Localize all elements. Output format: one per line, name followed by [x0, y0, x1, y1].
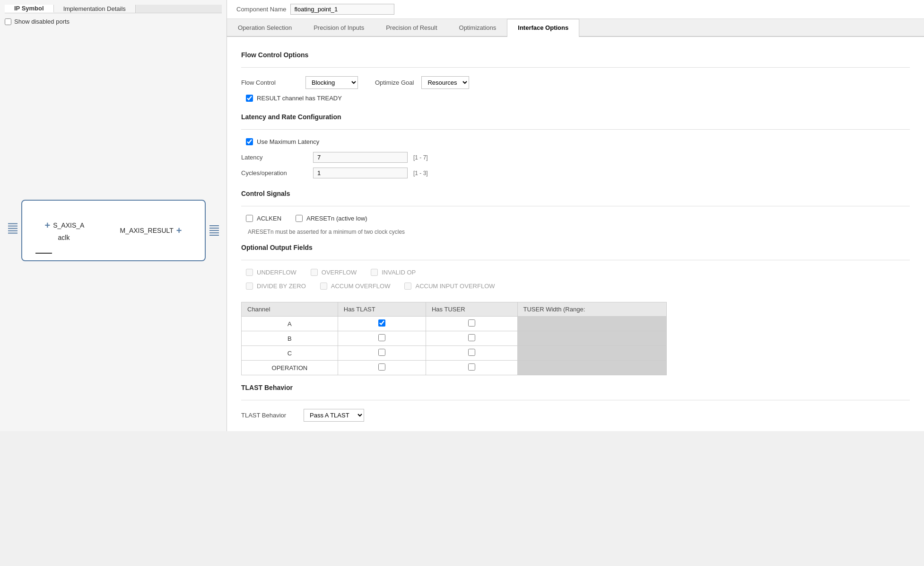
tabs-bar: Operation Selection Precision of Inputs …: [227, 19, 924, 37]
component-name-label: Component Name: [236, 6, 287, 13]
optimize-goal-select[interactable]: Resources Speed: [421, 76, 469, 89]
flow-control-select[interactable]: Blocking NonBlocking: [305, 76, 358, 89]
tlast-section: TLAST Behavior TLAST Behavior Pass A TLA…: [241, 384, 910, 422]
table-row: B: [242, 331, 667, 346]
tab-precision-of-result[interactable]: Precision of Result: [375, 19, 448, 36]
underflow-label: UNDERFLOW: [257, 269, 296, 276]
latency-section-title: Latency and Rate Configuration: [241, 113, 910, 121]
tab-impl-details[interactable]: Implementation Details: [54, 5, 136, 13]
tlast-b-cell: [338, 331, 426, 346]
aresetn-hint: ARESETn must be asserted for a minimum o…: [246, 229, 910, 235]
tuser-a-cell: [426, 317, 517, 331]
tuser-c-checkbox[interactable]: [468, 349, 475, 356]
left-port-aclk-label: aclk: [58, 234, 70, 241]
accum-overflow-checkbox: [320, 283, 327, 290]
divide-by-zero-label: DIVIDE BY ZERO: [257, 283, 306, 290]
optional-output-section-title: Optional Output Fields: [241, 244, 910, 251]
result-tready-label: RESULT channel has TREADY: [257, 95, 342, 102]
channel-c: C: [242, 346, 338, 361]
tab-optimizations[interactable]: Optimizations: [448, 19, 507, 36]
tuser-c-cell: [426, 346, 517, 361]
channel-operation: OPERATION: [242, 361, 338, 375]
tlast-op-checkbox[interactable]: [378, 363, 385, 371]
overflow-label: OVERFLOW: [322, 269, 357, 276]
tuser-width-a: [517, 317, 667, 331]
table-row: C: [242, 346, 667, 361]
latency-label: Latency: [241, 154, 307, 161]
latency-range: [1 - 7]: [413, 154, 428, 161]
col-tuser-width: TUSER Width (Range:: [517, 302, 667, 317]
tuser-op-checkbox[interactable]: [468, 363, 475, 371]
tuser-width-c: [517, 346, 667, 361]
use-max-latency-checkbox[interactable]: [246, 138, 253, 145]
tlast-section-title: TLAST Behavior: [241, 384, 910, 391]
col-has-tuser: Has TUSER: [426, 302, 517, 317]
channel-table: Channel Has TLAST Has TUSER TUSER Width …: [241, 302, 667, 375]
aclken-checkbox[interactable]: [246, 215, 253, 222]
tlast-op-cell: [338, 361, 426, 375]
table-row: OPERATION: [242, 361, 667, 375]
show-disabled-checkbox[interactable]: [5, 18, 11, 25]
col-has-tlast: Has TLAST: [338, 302, 426, 317]
tab-interface-options[interactable]: Interface Options: [507, 19, 579, 37]
invalid-op-label: INVALID OP: [382, 269, 416, 276]
col-channel: Channel: [242, 302, 338, 317]
tuser-op-cell: [426, 361, 517, 375]
tlast-b-checkbox[interactable]: [378, 334, 385, 341]
left-port-axis-label: S_AXIS_A: [53, 221, 84, 229]
accum-input-overflow-checkbox: [404, 283, 411, 290]
divide-by-zero-checkbox: [246, 283, 253, 290]
right-port-plus: +: [176, 225, 182, 236]
result-tready-checkbox[interactable]: [246, 95, 253, 102]
control-signals-section-title: Control Signals: [241, 190, 910, 197]
right-port-result-label: M_AXIS_RESULT: [120, 227, 173, 234]
tuser-a-checkbox[interactable]: [468, 319, 475, 327]
channel-a: A: [242, 317, 338, 331]
table-row: A: [242, 317, 667, 331]
use-max-latency-label: Use Maximum Latency: [257, 138, 319, 145]
latency-input[interactable]: [313, 152, 408, 163]
aresetn-label: ARESETn (active low): [306, 215, 367, 222]
flow-control-section-title: Flow Control Options: [241, 51, 910, 59]
component-name-input[interactable]: [290, 4, 394, 15]
flow-control-label: Flow Control: [241, 79, 298, 86]
tlast-a-checkbox[interactable]: [378, 319, 385, 327]
left-port-connector: [8, 223, 17, 234]
aclken-label: ACLKEN: [257, 215, 281, 222]
right-port-connector: [209, 225, 219, 236]
content-area: Flow Control Options Flow Control Blocki…: [227, 37, 924, 431]
show-disabled-label: Show disabled ports: [14, 18, 70, 25]
invalid-op-checkbox: [371, 269, 378, 276]
accum-overflow-label: ACCUM OVERFLOW: [331, 283, 391, 290]
tuser-width-b: [517, 331, 667, 346]
tlast-c-checkbox[interactable]: [378, 349, 385, 356]
cycles-input[interactable]: [313, 168, 408, 178]
cycles-range: [1 - 3]: [413, 170, 428, 177]
tlast-behavior-select[interactable]: Pass A TLAST AND All TLAST OR All TLAST …: [304, 409, 364, 422]
tlast-c-cell: [338, 346, 426, 361]
tab-operation-selection[interactable]: Operation Selection: [227, 19, 303, 36]
ip-symbol-block: + S_AXIS_A aclk M_AXIS_RESULT +: [21, 200, 206, 261]
tab-ip-symbol[interactable]: IP Symbol: [5, 5, 54, 13]
underflow-checkbox: [246, 269, 253, 276]
tlast-behavior-label: TLAST Behavior: [241, 412, 298, 419]
left-port-plus: +: [45, 220, 51, 231]
tlast-a-cell: [338, 317, 426, 331]
tab-precision-of-inputs[interactable]: Precision of Inputs: [303, 19, 375, 36]
cycles-label: Cycles/operation: [241, 169, 307, 177]
optimize-goal-label: Optimize Goal: [375, 79, 414, 86]
overflow-checkbox: [311, 269, 318, 276]
aresetn-checkbox[interactable]: [296, 215, 303, 222]
channel-b: B: [242, 331, 338, 346]
tuser-b-cell: [426, 331, 517, 346]
component-name-bar: Component Name: [227, 0, 924, 19]
tuser-width-op: [517, 361, 667, 375]
tuser-b-checkbox[interactable]: [468, 334, 475, 341]
accum-input-overflow-label: ACCUM INPUT OVERFLOW: [415, 283, 495, 290]
